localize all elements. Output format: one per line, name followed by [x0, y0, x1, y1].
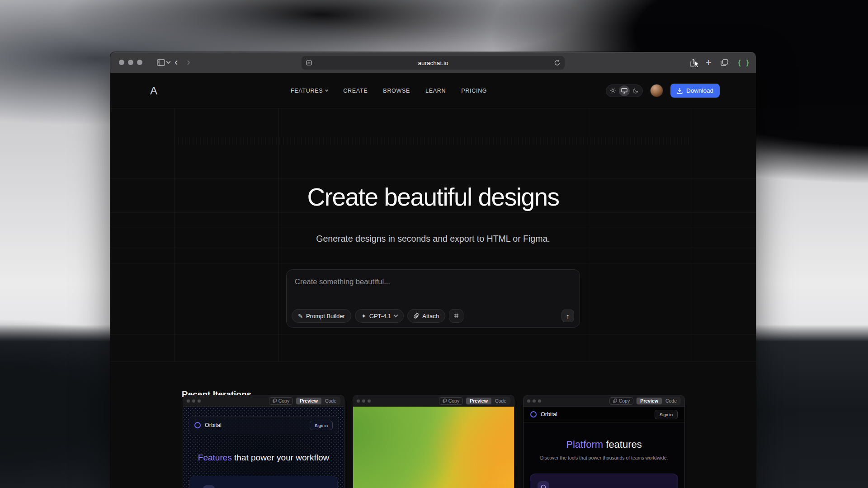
prompt-box: ✎ Prompt Builder ✦ GPT-4.1 — [286, 269, 580, 328]
nav-item-label: PRICING — [461, 88, 487, 94]
nav-item-create[interactable]: CREATE — [343, 88, 368, 94]
copy-button[interactable]: Copy — [439, 397, 463, 405]
sign-in-button[interactable]: Sign in — [310, 421, 333, 430]
preview-tab[interactable]: Preview — [637, 398, 662, 404]
card-toolbar: Copy Preview Code — [353, 395, 514, 407]
new-tab-button[interactable]: + — [706, 58, 712, 68]
preview-tab[interactable]: Preview — [296, 398, 321, 404]
attach-label: Attach — [422, 313, 439, 319]
grid-line — [110, 227, 756, 227]
url-text[interactable]: aurachat.io — [312, 60, 554, 66]
minimize-window-button[interactable] — [128, 60, 133, 65]
window-dots — [187, 399, 201, 403]
download-button[interactable]: Download — [670, 84, 720, 98]
view-switcher: Preview Code — [636, 397, 681, 405]
preview-tab[interactable]: Preview — [466, 398, 491, 404]
copy-button[interactable]: Copy — [609, 397, 634, 405]
nav-item-pricing[interactable]: PRICING — [461, 88, 487, 94]
reload-icon[interactable] — [554, 60, 560, 66]
chevron-down-icon — [394, 313, 398, 318]
card-heading: Platform features — [524, 439, 684, 450]
page-title: Create beautiful designs — [110, 183, 756, 211]
copy-label: Copy — [278, 398, 290, 404]
card-heading: Features that power your workflow — [183, 453, 344, 463]
nav-item-browse[interactable]: BROWSE — [383, 88, 410, 94]
code-tab[interactable]: Code — [662, 398, 680, 404]
close-window-button[interactable] — [119, 60, 124, 65]
brand-name: Orbital — [205, 422, 222, 428]
copy-label: Copy — [448, 398, 460, 404]
back-button[interactable]: ‹ — [170, 57, 182, 67]
site-logo[interactable]: A — [150, 84, 157, 97]
copy-icon — [443, 399, 447, 403]
grid-line — [110, 212, 756, 213]
webpage: A FEATURES CREATE BROWSE LEARN — [110, 73, 756, 488]
tab-overview-icon[interactable] — [721, 59, 728, 66]
window-controls — [119, 60, 142, 65]
nav-item-label: LEARN — [425, 88, 446, 94]
iteration-card-1[interactable]: Copy Preview Code Orbital Sign in — [183, 395, 344, 488]
sparkle-icon: ✦ — [361, 313, 366, 319]
light-theme-sun-icon[interactable] — [608, 85, 618, 96]
safari-window: ‹ › aurachat.io — [110, 52, 756, 488]
card-toolbar: Copy Preview Code — [183, 395, 344, 407]
send-button[interactable]: ↑ — [561, 310, 574, 322]
prompt-builder-button[interactable]: ✎ Prompt Builder — [292, 309, 351, 323]
grid-line — [110, 361, 756, 362]
feature-tile-icon — [538, 481, 549, 488]
code-tab[interactable]: Code — [491, 398, 510, 404]
pen-sparkle-icon: ✎ — [298, 313, 303, 319]
feature-panel — [530, 474, 678, 488]
copy-button[interactable]: Copy — [269, 397, 293, 405]
model-select[interactable]: ✦ GPT-4.1 — [355, 309, 404, 323]
frame-grid-icon — [453, 313, 459, 319]
browser-toolbar: ‹ › aurachat.io — [110, 52, 756, 73]
model-label: GPT-4.1 — [369, 313, 391, 319]
grid-line — [110, 263, 756, 263]
nav-item-label: CREATE — [343, 88, 368, 94]
copy-icon — [273, 399, 277, 403]
page-settings-icon[interactable] — [306, 60, 312, 66]
page-subtitle: Generate designs in seconds and export t… — [110, 234, 756, 244]
brand-name: Orbital — [541, 411, 557, 418]
feature-panel — [189, 476, 338, 488]
decorative-ticks — [175, 138, 692, 144]
sidebar-toggle-button[interactable] — [157, 59, 165, 66]
dark-theme-moon-icon[interactable] — [630, 85, 641, 96]
card-toolbar: Copy Preview Code — [524, 395, 684, 407]
frame-grid-button[interactable] — [449, 309, 463, 323]
sign-in-button[interactable]: Sign in — [655, 410, 678, 419]
window-dots — [357, 399, 371, 403]
copy-label: Copy — [619, 398, 630, 404]
screen: ‹ › aurachat.io — [0, 0, 868, 488]
iteration-card-3[interactable]: Copy Preview Code Orbital Sign in — [523, 395, 685, 488]
nav-item-label: FEATURES — [291, 88, 323, 94]
system-theme-monitor-icon[interactable] — [619, 85, 630, 96]
devtools-icon[interactable]: { } — [737, 59, 750, 67]
attach-button[interactable]: Attach — [407, 309, 445, 323]
card-subtitle: Discover the tools that power thousands … — [524, 455, 684, 460]
grid-line — [110, 248, 756, 248]
mouse-cursor — [694, 60, 700, 68]
gradient-artwork — [353, 407, 514, 488]
iteration-card-2[interactable]: Copy Preview Code — [353, 395, 514, 488]
forward-button[interactable]: › — [182, 57, 194, 67]
window-dots — [527, 399, 541, 403]
user-avatar[interactable] — [651, 84, 663, 97]
grid-line — [110, 334, 756, 335]
theme-toggle[interactable] — [606, 84, 643, 97]
orbital-navbar: Orbital Sign in — [524, 407, 684, 422]
feature-tile-icon — [203, 485, 215, 488]
nav-item-learn[interactable]: LEARN — [425, 88, 446, 94]
nav-links: FEATURES CREATE BROWSE LEARN PRICING — [291, 88, 487, 94]
zoom-window-button[interactable] — [137, 60, 142, 65]
grid-line — [110, 178, 756, 178]
code-tab[interactable]: Code — [321, 398, 340, 404]
nav-item-label: BROWSE — [383, 88, 410, 94]
prompt-builder-label: Prompt Builder — [306, 313, 345, 319]
address-bar[interactable]: aurachat.io — [302, 56, 565, 70]
download-icon — [677, 88, 683, 94]
site-navbar: A FEATURES CREATE BROWSE LEARN — [110, 73, 756, 108]
nav-item-features[interactable]: FEATURES — [291, 88, 328, 94]
paperclip-icon — [414, 313, 419, 319]
